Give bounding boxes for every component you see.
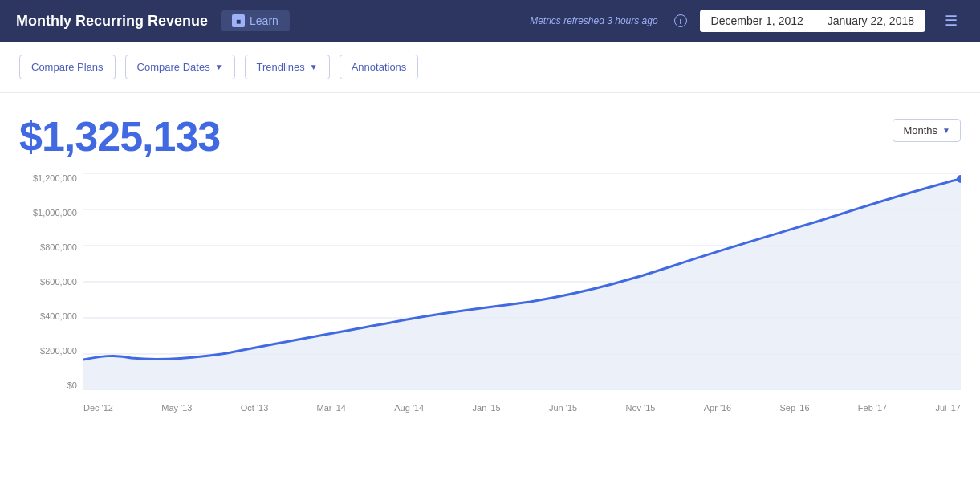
- trendlines-button[interactable]: Trendlines ▼: [245, 55, 330, 79]
- x-label-3: Mar '14: [317, 403, 346, 413]
- x-label-11: Jul '17: [935, 403, 960, 413]
- x-label-5: Jan '15: [473, 403, 501, 413]
- x-label-0: Dec '12: [83, 403, 113, 413]
- chart-fill: [83, 179, 961, 390]
- y-label-0: $0: [19, 380, 83, 390]
- book-icon: ■: [232, 14, 245, 27]
- chevron-down-icon: ▼: [215, 63, 223, 71]
- date-start: December 1, 2012: [711, 14, 803, 27]
- chevron-down-icon: ▼: [942, 126, 950, 135]
- x-label-1: May '13: [161, 403, 192, 413]
- x-label-4: Aug '14: [394, 403, 424, 413]
- compare-plans-button[interactable]: Compare Plans: [19, 55, 116, 79]
- y-label-2: $400,000: [19, 311, 83, 321]
- months-label: Months: [903, 124, 937, 136]
- learn-label: Learn: [250, 14, 279, 27]
- x-label-10: Feb '17: [858, 403, 887, 413]
- date-range-button[interactable]: December 1, 2012 — January 22, 2018: [700, 10, 925, 32]
- x-label-9: Sep '16: [780, 403, 810, 413]
- header: Monthly Recurring Revenue ■ Learn Metric…: [0, 0, 980, 42]
- date-end: January 22, 2018: [828, 14, 914, 27]
- learn-button[interactable]: ■ Learn: [221, 10, 290, 31]
- x-label-8: Apr '16: [704, 403, 732, 413]
- menu-button[interactable]: ☰: [938, 9, 964, 33]
- annotations-label: Annotations: [352, 61, 407, 73]
- metrics-refreshed-text: Metrics refreshed 3 hours ago: [530, 15, 657, 26]
- info-icon[interactable]: i: [674, 14, 687, 27]
- x-label-6: Jun '15: [549, 403, 577, 413]
- x-label-2: Oct '13: [241, 403, 269, 413]
- y-axis: $0 $200,000 $400,000 $600,000 $800,000 $…: [19, 173, 83, 390]
- metric-value: $1,325,133: [19, 112, 220, 161]
- x-axis: Dec '12 May '13 Oct '13 Mar '14 Aug '14 …: [83, 393, 961, 422]
- annotations-button[interactable]: Annotations: [340, 55, 419, 79]
- date-separator: —: [810, 14, 821, 27]
- page-title: Monthly Recurring Revenue: [16, 13, 208, 30]
- y-label-5: $1,000,000: [19, 208, 83, 218]
- compare-plans-label: Compare Plans: [31, 61, 104, 73]
- compare-dates-label: Compare Dates: [137, 61, 210, 73]
- compare-dates-button[interactable]: Compare Dates ▼: [125, 55, 235, 79]
- x-label-7: Nov '15: [625, 403, 655, 413]
- chart-svg: [83, 173, 961, 390]
- chart-plot: [83, 173, 961, 390]
- trendlines-label: Trendlines: [257, 61, 305, 73]
- main-content: $1,325,133 Months ▼ $0 $200,000 $400,000…: [0, 93, 980, 422]
- y-label-1: $200,000: [19, 346, 83, 356]
- toolbar: Compare Plans Compare Dates ▼ Trendlines…: [0, 42, 980, 93]
- y-label-6: $1,200,000: [19, 173, 83, 183]
- y-label-4: $800,000: [19, 242, 83, 252]
- chevron-down-icon: ▼: [310, 63, 318, 71]
- y-label-3: $600,000: [19, 277, 83, 287]
- chart-area: $0 $200,000 $400,000 $600,000 $800,000 $…: [19, 173, 961, 422]
- metric-header: $1,325,133 Months ▼: [19, 112, 961, 161]
- months-dropdown[interactable]: Months ▼: [893, 119, 961, 142]
